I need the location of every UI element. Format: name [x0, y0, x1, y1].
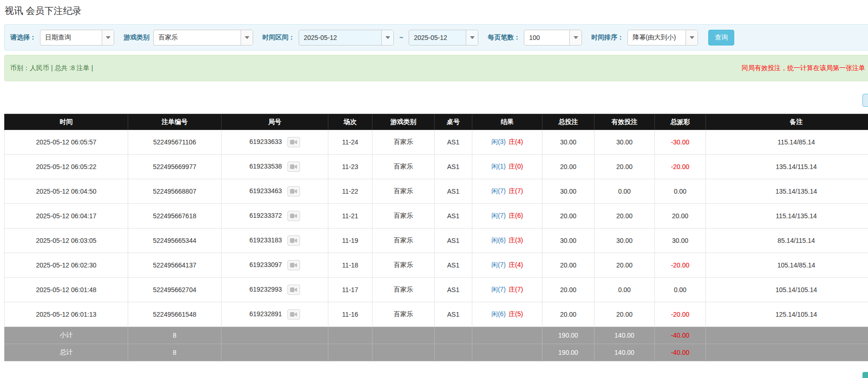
query-type-select[interactable]: 日期查询	[40, 30, 114, 46]
subtotal-count: 8	[128, 327, 222, 344]
cell-remark: 105.14/105.14	[706, 278, 868, 302]
page-size-select[interactable]: 100	[524, 30, 582, 46]
total-count: 8	[128, 344, 222, 361]
cell-payout: -20.00	[655, 253, 706, 278]
subtotal-valid-bet: 140.00	[594, 327, 655, 344]
video-icon[interactable]	[287, 260, 300, 270]
video-icon[interactable]	[287, 186, 300, 196]
cell-game-category: 百家乐	[372, 130, 435, 155]
game-category-value: 百家乐	[154, 33, 241, 42]
cell-session: 11-17	[328, 278, 372, 302]
total-bet-link[interactable]: 30.00	[542, 228, 594, 253]
column-header: 备注	[706, 114, 868, 130]
search-button[interactable]: 查询	[708, 30, 734, 46]
subtotal-remark	[706, 327, 868, 344]
date-from-select[interactable]: 2025-05-12	[299, 30, 394, 46]
cell-session: 11-21	[328, 204, 372, 228]
total-bet-link[interactable]: 20.00	[542, 278, 594, 302]
cell-game-category: 百家乐	[372, 228, 435, 253]
cell-round-number: 619232993	[222, 278, 328, 302]
cell-valid-bet: 30.00	[594, 130, 655, 155]
cell-bet-number: 522495669977	[128, 155, 222, 179]
player-result: 闲(7)	[491, 261, 506, 268]
cell-round-number: 619233463	[222, 179, 328, 204]
column-header: 有效投注	[594, 114, 655, 130]
player-result: 闲(6)	[491, 310, 506, 318]
column-header: 总投注	[542, 114, 594, 130]
total-bet-link[interactable]: 20.00	[542, 302, 594, 327]
total-bet-link[interactable]: 20.00	[542, 155, 594, 179]
total-bet-link[interactable]: 20.00	[542, 253, 594, 278]
column-header: 结果	[472, 114, 542, 130]
column-header: 时间	[5, 114, 128, 130]
cell-result: 闲(7)庄(7)	[472, 179, 542, 204]
cell-game-category: 百家乐	[372, 204, 435, 228]
date-to-select[interactable]: 2025-05-12	[409, 30, 478, 46]
sort-order-select[interactable]: 降幂(由大到小)	[627, 30, 698, 46]
video-icon[interactable]	[287, 235, 300, 246]
page-size-label: 每页笔数：	[488, 33, 520, 42]
video-icon[interactable]	[287, 211, 300, 221]
table-row: 2025-05-12 06:04:50 522495668807 6192334…	[5, 179, 868, 204]
video-icon[interactable]	[287, 309, 300, 319]
cell-game-category: 百家乐	[372, 253, 435, 278]
cell-remark: 135.14/115.14	[706, 155, 868, 179]
cell-round-number: 619233097	[222, 253, 328, 278]
cell-table-number: AS1	[435, 179, 472, 204]
cell-result: 闲(1)庄(0)	[472, 155, 542, 179]
table-row: 2025-05-12 06:05:22 522495669977 6192335…	[5, 155, 868, 179]
date-range-separator: ~	[399, 34, 403, 41]
column-header: 局号	[222, 114, 328, 130]
total-valid-bet: 140.00	[594, 344, 655, 361]
cell-result: 闲(7)庄(6)	[472, 204, 542, 228]
video-icon[interactable]	[287, 285, 300, 295]
table-body: 2025-05-12 06:05:57 522495671106 6192336…	[5, 130, 868, 327]
cell-table-number: AS1	[435, 302, 472, 327]
chevron-down-icon	[569, 30, 581, 45]
round-number-text: 619233538	[249, 163, 282, 170]
round-number-text: 619233183	[249, 236, 282, 244]
total-row: 总计 8 190.00 140.00 -40.00	[5, 344, 868, 361]
total-bet-link[interactable]: 20.00	[542, 204, 594, 228]
cell-bet-number: 522495668807	[128, 179, 222, 204]
cell-payout: -20.00	[655, 302, 706, 327]
cell-table-number: AS1	[435, 130, 472, 155]
total-bet-link[interactable]: 30.00	[542, 179, 594, 204]
column-header: 注单编号	[128, 114, 222, 130]
player-result: 闲(3)	[491, 138, 506, 145]
cell-game-category: 百家乐	[372, 155, 435, 179]
total-total-bet: 190.00	[542, 344, 594, 361]
cell-valid-bet: 0.00	[594, 278, 655, 302]
column-header: 游戏类别	[372, 114, 435, 130]
cell-round-number: 619233633	[222, 130, 328, 155]
total-payout: -40.00	[655, 344, 706, 361]
cell-bet-number: 522495661548	[128, 302, 222, 327]
round-number-text: 619233097	[249, 261, 282, 268]
game-category-select[interactable]: 百家乐	[153, 30, 253, 46]
cell-session: 11-16	[328, 302, 372, 327]
table-row: 2025-05-12 06:05:57 522495671106 6192336…	[5, 130, 868, 155]
cell-result: 闲(7)庄(4)	[472, 253, 542, 278]
player-result: 闲(1)	[491, 163, 506, 170]
cell-time: 2025-05-12 06:04:50	[5, 179, 128, 204]
video-icon[interactable]	[287, 137, 300, 147]
date-from-value: 2025-05-12	[299, 34, 381, 41]
video-icon[interactable]	[287, 162, 300, 172]
clipped-bottom-right-element[interactable]	[862, 372, 868, 378]
banker-result: 庄(3)	[509, 236, 523, 244]
cell-remark: 125.14/105.14	[706, 302, 868, 327]
cell-bet-number: 522495665344	[128, 228, 222, 253]
chevron-down-icon	[241, 30, 253, 45]
game-category-label: 游戏类别	[124, 33, 150, 42]
cell-bet-number: 522495671106	[128, 130, 222, 155]
total-bet-link[interactable]: 30.00	[542, 130, 594, 155]
cell-game-category: 百家乐	[372, 179, 435, 204]
player-result: 闲(6)	[491, 236, 506, 244]
filter-bar: 请选择： 日期查询 游戏类别 百家乐 时间区间： 2025-05-12 ~ 20…	[4, 24, 868, 51]
cell-table-number: AS1	[435, 155, 472, 179]
clipped-right-edge-button[interactable]	[862, 94, 868, 107]
chevron-down-icon	[381, 30, 393, 45]
cell-game-category: 百家乐	[372, 302, 435, 327]
cell-result: 闲(6)庄(5)	[472, 302, 542, 327]
cell-payout: 0.00	[655, 278, 706, 302]
